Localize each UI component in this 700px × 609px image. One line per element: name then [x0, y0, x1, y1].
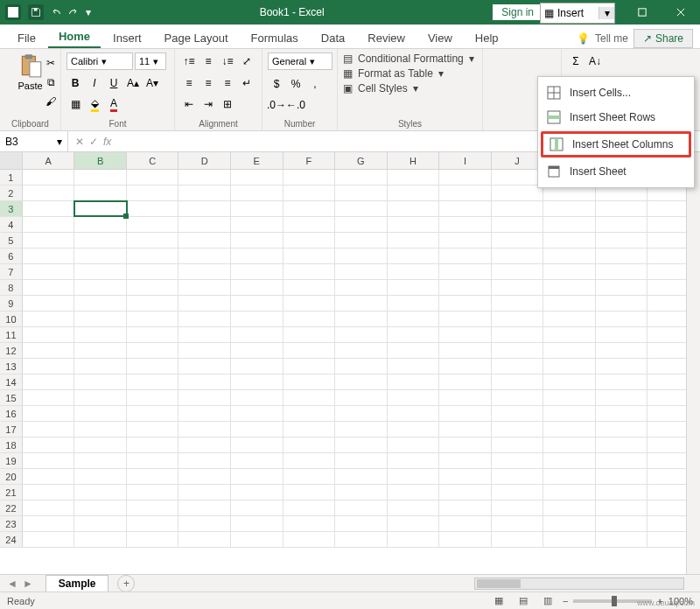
cell[interactable] [74, 296, 127, 311]
cell[interactable] [492, 390, 544, 405]
cell[interactable] [388, 170, 440, 185]
cell[interactable] [127, 453, 179, 468]
cell[interactable] [74, 217, 127, 232]
column-header[interactable]: D [178, 152, 231, 169]
column-header[interactable]: J [492, 152, 544, 169]
cell[interactable] [388, 438, 440, 452]
cell[interactable] [284, 264, 336, 279]
decrease-indent-icon[interactable]: ⇤ [180, 95, 198, 113]
cell[interactable] [439, 201, 492, 216]
cancel-fx-icon[interactable]: ✕ [75, 136, 84, 148]
insert-split-button[interactable]: ▦Insert ▾ [540, 3, 615, 24]
cell[interactable] [335, 390, 388, 405]
cell[interactable] [335, 438, 388, 452]
cell[interactable] [543, 469, 596, 484]
cell[interactable] [231, 233, 284, 248]
row-header[interactable]: 16 [0, 406, 23, 421]
column-header[interactable]: H [388, 152, 440, 169]
cell[interactable] [543, 264, 596, 279]
cell[interactable] [284, 374, 336, 389]
cell[interactable] [231, 170, 284, 185]
cell[interactable] [596, 500, 648, 515]
cell[interactable] [74, 248, 127, 263]
copy-icon[interactable]: ⧉ [42, 74, 60, 91]
tab-data[interactable]: Data [311, 26, 355, 48]
align-left-icon[interactable]: ≡ [180, 74, 198, 92]
cell[interactable] [492, 500, 544, 515]
cell[interactable] [23, 248, 75, 263]
format-painter-icon[interactable]: 🖌 [42, 93, 60, 110]
cell[interactable] [492, 516, 544, 531]
cell[interactable] [596, 469, 648, 484]
merge-icon[interactable]: ⊞ [219, 95, 236, 113]
fill-color-icon[interactable]: ⬙ [86, 95, 103, 113]
cell[interactable] [543, 312, 596, 326]
cell[interactable] [74, 359, 127, 374]
cell[interactable] [335, 374, 388, 389]
cell[interactable] [492, 327, 544, 342]
font-name-combo[interactable]: Calibri▾ [66, 52, 133, 70]
cell[interactable] [335, 343, 388, 358]
row-header[interactable]: 10 [0, 312, 23, 326]
cell[interactable] [284, 343, 336, 358]
cell[interactable] [388, 233, 440, 248]
cell[interactable] [23, 390, 75, 405]
cell[interactable] [596, 343, 648, 358]
cell[interactable] [178, 516, 231, 531]
cell[interactable] [178, 170, 231, 185]
sheet-nav-prev-icon[interactable]: ◄ [7, 578, 18, 590]
tab-insert[interactable]: Insert [102, 26, 152, 48]
cell[interactable] [127, 500, 179, 515]
cell[interactable] [492, 485, 544, 500]
cell[interactable] [335, 406, 388, 421]
cell[interactable] [231, 343, 284, 358]
cell[interactable] [23, 438, 75, 452]
cell[interactable] [492, 422, 544, 437]
cell[interactable] [178, 201, 231, 216]
cell[interactable] [284, 453, 336, 468]
cell[interactable] [284, 186, 336, 200]
cell[interactable] [127, 217, 179, 232]
cell[interactable] [388, 264, 440, 279]
cell[interactable] [178, 186, 231, 200]
cell[interactable] [231, 453, 284, 468]
cell[interactable] [284, 500, 336, 515]
cell[interactable] [23, 296, 75, 311]
cell[interactable] [596, 201, 648, 216]
cell[interactable] [178, 453, 231, 468]
cell[interactable] [492, 186, 544, 200]
cell[interactable] [492, 406, 544, 421]
cell[interactable] [231, 500, 284, 515]
cell[interactable] [335, 296, 388, 311]
cell[interactable] [23, 170, 75, 185]
cell[interactable] [492, 359, 544, 374]
row-header[interactable]: 9 [0, 296, 23, 311]
horizontal-scrollbar[interactable] [474, 578, 684, 590]
cell[interactable] [543, 201, 596, 216]
cell[interactable] [231, 264, 284, 279]
bold-button[interactable]: B [66, 74, 84, 92]
cell[interactable] [543, 296, 596, 311]
cell[interactable] [231, 438, 284, 452]
cell[interactable] [439, 327, 492, 342]
cell[interactable] [284, 359, 336, 374]
column-header[interactable]: F [284, 152, 336, 169]
cell[interactable] [127, 485, 179, 500]
worksheet-grid[interactable]: ABCDEFGHIJKLM 12345678910111213141516171… [0, 152, 700, 574]
menu-insert-rows[interactable]: Insert Sheet Rows [538, 105, 694, 130]
menu-insert-columns[interactable]: Insert Sheet Columns [541, 131, 691, 158]
cell[interactable] [178, 217, 231, 232]
comma-icon[interactable]: , [306, 75, 324, 93]
cell[interactable] [231, 201, 284, 216]
cell[interactable] [388, 532, 440, 547]
cell[interactable] [388, 201, 440, 216]
cell[interactable] [127, 327, 179, 342]
currency-icon[interactable]: $ [268, 75, 285, 93]
cell[interactable] [127, 516, 179, 531]
cell[interactable] [492, 453, 544, 468]
cell[interactable] [439, 280, 492, 295]
cell[interactable] [23, 485, 75, 500]
cell[interactable] [23, 201, 75, 216]
cell[interactable] [388, 186, 440, 200]
row-header[interactable]: 20 [0, 469, 23, 484]
